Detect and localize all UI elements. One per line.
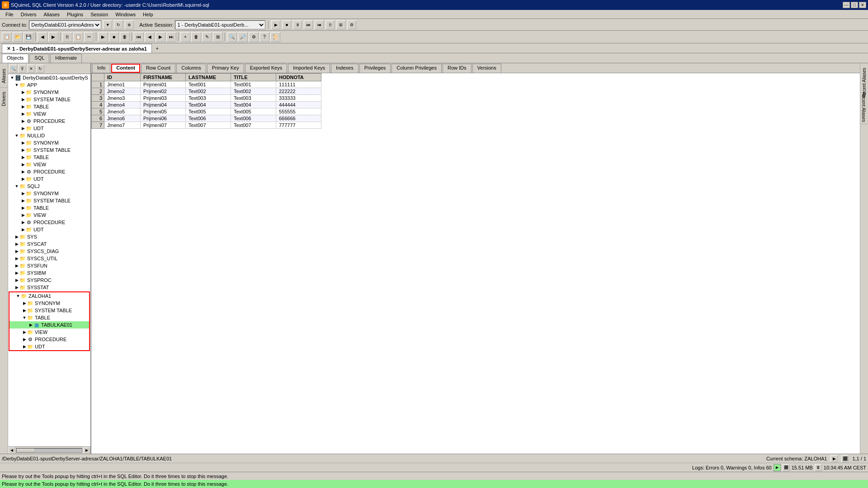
main-tab-session[interactable]: ✕ 1 - DerbyDatabE01-spustDerbyServer-adr… — [2, 44, 152, 53]
cell-lastname[interactable]: Text002 — [186, 88, 231, 95]
tree-node-syscs-util[interactable]: ▶ 📁 SYSCS_UTIL — [8, 255, 90, 262]
expand-icon-nullid[interactable]: ▼ — [14, 132, 19, 139]
tree-node-sqlj-systemtable[interactable]: ▶ 📁 SYSTEM TABLE — [8, 197, 90, 204]
cell-firstname[interactable]: Prijmeni06 — [141, 115, 186, 122]
tree-node-app-table[interactable]: ▶ 📁 TABLE — [8, 103, 90, 110]
cell-title[interactable]: Text003 — [231, 95, 276, 102]
cell-id[interactable]: Jmeno2 — [104, 88, 141, 95]
session-back-button[interactable]: ⏮ — [315, 20, 324, 29]
tree-filter-btn[interactable]: ⊽ — [18, 65, 26, 73]
expand-icon[interactable]: ▶ — [21, 96, 25, 103]
new-tab-button[interactable]: + — [153, 44, 162, 53]
cell-title[interactable]: Text005 — [231, 108, 276, 115]
cell-id[interactable]: Jmeno1 — [104, 81, 141, 88]
expand-icon-zaloha1[interactable]: ▼ — [16, 292, 20, 300]
tb-add[interactable]: + — [180, 32, 190, 42]
menu-aliases[interactable]: Aliases — [40, 11, 63, 18]
close-button[interactable]: ✕ — [859, 2, 866, 8]
tb-last[interactable]: ⏭ — [166, 32, 176, 42]
cell-lastname[interactable]: Text005 — [186, 108, 231, 115]
cell-hodnota[interactable]: 555555 — [276, 108, 321, 115]
cell-id[interactable]: Jmeno6 — [104, 115, 141, 122]
sub-tab-sql[interactable]: SQL — [29, 54, 49, 63]
expand-icon[interactable]: ▶ — [21, 161, 25, 168]
tree-node-zaloha1-view[interactable]: ▶ 📁 VIEW — [9, 328, 89, 336]
menu-file[interactable]: File — [2, 11, 17, 18]
tree-node-zaloha1-table[interactable]: ▼ 📁 TABLE — [9, 314, 89, 321]
cell-title[interactable]: Text004 — [231, 102, 276, 108]
cell-id[interactable]: Jmeno4 — [104, 102, 141, 108]
expand-icon[interactable]: ▶ — [21, 125, 25, 132]
connect-select[interactable]: DerbyDatabE01-primoAdresar/ — [29, 20, 101, 29]
tree-node-nullid[interactable]: ▼ 📁 NULLID — [8, 132, 90, 139]
tree-node-zaloha1-procedure[interactable]: ▶ ⚙ PROCEDURE — [9, 336, 89, 343]
expand-icon[interactable]: ▶ — [22, 328, 27, 336]
tb-help[interactable]: ? — [259, 32, 269, 42]
tb-new[interactable]: 📋 — [2, 32, 12, 42]
tree-node-nullid-systemtable[interactable]: ▶ 📁 SYSTEM TABLE — [8, 146, 90, 154]
col-header-lastname[interactable]: LASTNAME — [186, 74, 231, 81]
expand-icon[interactable]: ▼ — [22, 314, 27, 321]
col-header-firstname[interactable]: FIRSTNAME — [141, 74, 186, 81]
tree-node-sqlj-udt[interactable]: ▶ 📁 UDT — [8, 226, 90, 233]
scroll-track[interactable] — [16, 448, 82, 453]
expand-icon[interactable]: ▶ — [21, 110, 25, 117]
cell-firstname[interactable]: Prijmeni04 — [141, 102, 186, 108]
tree-node-app-synonym[interactable]: ▶ 📁 SYNONYM — [8, 89, 90, 96]
cell-lastname[interactable]: Text007 — [186, 122, 231, 129]
session-forward-button[interactable]: ⏭ — [304, 20, 313, 29]
tree-node-sqlj-table[interactable]: ▶ 📁 TABLE — [8, 204, 90, 211]
tree-node-syscat[interactable]: ▶ 📁 SYSCAT — [8, 240, 90, 248]
cell-title[interactable]: Text007 — [231, 122, 276, 129]
cell-id[interactable]: Jmeno7 — [104, 122, 141, 129]
expand-icon[interactable]: ▶ — [14, 284, 19, 291]
expand-icon[interactable]: ▶ — [21, 103, 25, 110]
scroll-thumb[interactable] — [17, 449, 35, 452]
tree-node-syscs-diag[interactable]: ▶ 📁 SYSCS_DIAG — [8, 248, 90, 255]
expand-icon[interactable]: ▶ — [21, 226, 25, 233]
expand-icon[interactable]: ▶ — [21, 139, 25, 146]
expand-icon[interactable]: ▶ — [21, 168, 25, 175]
tb-run[interactable]: ▶ — [98, 32, 108, 42]
tree-node-nullid-view[interactable]: ▶ 📁 VIEW — [8, 161, 90, 168]
cell-firstname[interactable]: Prijmeni07 — [141, 122, 186, 129]
tb-filter[interactable]: ⊞ — [213, 32, 223, 42]
expand-icon[interactable]: ▶ — [22, 300, 27, 307]
cell-hodnota[interactable]: 444444 — [276, 102, 321, 108]
cell-hodnota[interactable]: 777777 — [276, 122, 321, 129]
content-tab-rowcount[interactable]: Row Count — [141, 64, 175, 73]
tree-node-app-view[interactable]: ▶ 📁 VIEW — [8, 110, 90, 117]
col-header-id[interactable]: ID — [104, 74, 141, 81]
content-tab-columns[interactable]: Columns — [176, 64, 206, 73]
tree-node-sysibm[interactable]: ▶ 📁 SYSIBM — [8, 269, 90, 277]
refresh-button[interactable]: ↻ — [114, 20, 123, 29]
expand-icon[interactable]: ▶ — [14, 255, 19, 262]
cell-lastname[interactable]: Text006 — [186, 115, 231, 122]
connect-button[interactable]: ▼ — [103, 20, 112, 29]
tree-node-tabulkae01[interactable]: ▶ ▦ TABULKAE01 — [9, 321, 89, 328]
tree-node-nullid-udt[interactable]: ▶ 📁 UDT — [8, 175, 90, 183]
aliases-vtab[interactable]: Aliases — [0, 65, 8, 88]
tb-zoom[interactable]: 🔍 — [227, 32, 237, 42]
tree-node-db[interactable]: ▼ 🗄️ DerbyDatabE01-spustDerbyS — [8, 74, 90, 81]
content-tab-exportedkeys[interactable]: Exported Keys — [245, 64, 288, 73]
cell-id[interactable]: Jmeno5 — [104, 108, 141, 115]
tb-next[interactable]: ▶ — [156, 32, 165, 42]
session-pause-button[interactable]: ⏸ — [293, 20, 302, 29]
table-row[interactable]: 5 Jmeno5 Prijmeni05 Text005 Text005 5555… — [92, 108, 321, 115]
cell-id[interactable]: Jmeno3 — [104, 95, 141, 102]
content-tab-columnprivileges[interactable]: Column Privileges — [392, 64, 442, 73]
properties-button[interactable]: ⚙ — [347, 20, 356, 29]
tb-first[interactable]: ⏮ — [134, 32, 144, 42]
cell-hodnota[interactable]: 333333 — [276, 95, 321, 102]
cell-hodnota[interactable]: 222222 — [276, 88, 321, 95]
tree-node-sqlj-synonym[interactable]: ▶ 📁 SYNONYM — [8, 190, 90, 197]
expand-icon[interactable]: ▶ — [21, 197, 25, 204]
disconnect-button[interactable]: ⊗ — [125, 20, 134, 29]
expand-icon[interactable]: ▶ — [21, 154, 25, 161]
content-tab-indexes[interactable]: Indexes — [331, 64, 359, 73]
menu-plugins[interactable]: Plugins — [63, 11, 87, 18]
cell-title[interactable]: Text001 — [231, 81, 276, 88]
tree-node-sysproc[interactable]: ▶ 📁 SYSPROC — [8, 277, 90, 284]
tree-node-sys[interactable]: ▶ 📁 SYS — [8, 233, 90, 240]
